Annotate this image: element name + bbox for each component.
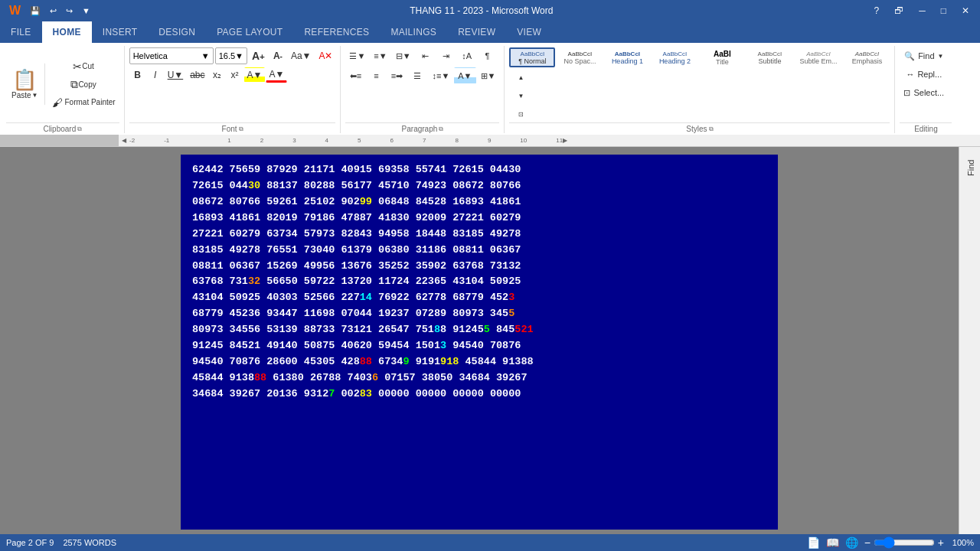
show-marks-button[interactable]: ¶ [478,47,498,64]
sort-button[interactable]: ↕A [457,47,477,64]
tab-references[interactable]: REFERENCES [293,21,380,43]
print-layout-button[interactable]: 📄 [807,536,820,549]
strikethrough-button[interactable]: abc [187,67,207,83]
tab-file[interactable]: FILE [0,21,42,43]
decrease-indent-button[interactable]: ⇤ [416,47,436,64]
doc-line-8: 63768 73132 56650 59722 13720 11724 2236… [192,274,766,290]
font-row-1: Helvetica ▼ 16.5 ▼ A+ A- Aa▼ A✕ [129,47,336,64]
redo-button[interactable]: ↪ [63,5,76,18]
zoom-level-display: 100% [947,538,974,547]
underline-button[interactable]: U▼ [165,67,187,83]
doc-line-3: 08672 80766 59261 25102 90299 06848 8452… [192,194,766,210]
font-color-button[interactable]: A▼ [266,67,287,83]
doc-line-9: 43104 50925 40303 52566 22714 76922 6277… [192,290,766,306]
style-subtle-emphasis[interactable]: AaBbCcI Subtle Em... [794,47,842,67]
doc-line-12: 91245 84521 49140 50875 40620 59454 1501… [192,338,766,354]
tab-page-layout[interactable]: PAGE LAYOUT [206,21,293,43]
style-no-spacing[interactable]: AaBbCcI No Spac... [557,47,603,67]
tab-design[interactable]: DESIGN [148,21,206,43]
maximize-button[interactable]: □ [936,4,951,18]
subscript-button[interactable]: x₂ [209,67,226,83]
styles-scroll-down-button[interactable]: ▼ [511,87,531,104]
cut-button[interactable]: ✂ Cut [48,58,119,75]
multilevel-list-button[interactable]: ⊟▼ [392,47,415,64]
style-subtitle[interactable]: AaBbCcI Subtitle [746,47,792,67]
align-left-button[interactable]: ⬅≡ [345,67,365,84]
font-size-dropdown-icon[interactable]: ▼ [235,51,243,60]
italic-button[interactable]: I [147,67,164,83]
zoom-out-button[interactable]: − [864,536,871,549]
font-size-selector[interactable]: 16.5 ▼ [215,47,247,64]
minimize-button[interactable]: ─ [914,4,930,18]
align-right-button[interactable]: ≡➡ [387,67,407,84]
save-button[interactable]: 💾 [27,5,44,18]
increase-indent-button[interactable]: ⇥ [436,47,456,64]
replace-button[interactable]: ↔ Repl... [902,66,946,83]
doc-line-11: 80973 34556 53139 88733 73121 26547 7518… [192,322,766,338]
title-bar-left: W 💾 ↩ ↪ ▼ [6,2,93,19]
align-center-button[interactable]: ≡ [366,67,386,84]
find-dropdown-icon[interactable]: ▼ [938,53,944,60]
text-highlight-button[interactable]: A▼ [244,67,266,83]
format-painter-button[interactable]: 🖌 Format Painter [48,94,119,111]
style-title[interactable]: AaBI Title [699,47,745,67]
styles-expand-button[interactable]: ⧉ [709,126,714,133]
find-button[interactable]: 🔍 Find ▼ [900,47,947,64]
numbering-button[interactable]: ≡▼ [370,47,390,64]
paste-label: Paste [11,91,31,99]
select-button[interactable]: ⊡ Select... [900,84,948,101]
web-layout-button[interactable]: 🌐 [845,536,858,549]
tab-home[interactable]: HOME [42,21,92,43]
help-button[interactable]: ? [870,4,884,18]
justify-button[interactable]: ☰ [407,67,427,84]
tab-view[interactable]: VIEW [506,21,552,43]
font-name-dropdown-icon[interactable]: ▼ [201,51,210,60]
style-emphasis[interactable]: AaBbCcI Emphasis [844,47,890,67]
document-scroll-area[interactable]: 62442 75659 87929 21171 40915 69358 5574… [0,147,959,534]
clear-formatting-button[interactable]: A✕ [315,48,335,64]
bold-button[interactable]: B [129,67,146,83]
close-button[interactable]: ✕ [957,4,974,18]
tab-mailings[interactable]: MAILINGS [380,21,447,43]
zoom-in-button[interactable]: + [938,536,944,549]
status-left: Page 2 OF 9 2575 WORDS [6,538,116,547]
paragraph-label: Paragraph ⧉ [345,122,499,133]
clipboard-label: Clipboard ⧉ [6,122,119,133]
paste-dropdown-icon[interactable]: ▼ [32,92,38,99]
doc-line-13: 94540 70876 28600 45305 42888 67349 9191… [192,354,766,370]
customize-qa-button[interactable]: ▼ [79,5,93,17]
styles-scroll-up-button[interactable]: ▲ [511,69,531,86]
superscript-button[interactable]: x² [227,67,243,83]
zoom-slider[interactable] [874,536,935,549]
style-normal[interactable]: AaBbCcI ¶ Normal [509,47,555,67]
undo-button[interactable]: ↩ [47,5,60,18]
font-shrink-button[interactable]: A- [270,48,286,64]
line-spacing-button[interactable]: ↕≡▼ [428,67,453,84]
find-sidebar-button[interactable]: Find [961,148,980,187]
bullets-button[interactable]: ☰▼ [345,47,369,64]
shading-button[interactable]: A▼ [454,67,475,84]
font-case-button[interactable]: Aa▼ [288,48,315,64]
styles-more-button[interactable]: ⊡ [511,106,531,122]
style-heading-2[interactable]: AaBbCcI Heading 2 [652,47,697,67]
restore-button[interactable]: 🗗 [890,4,908,18]
font-expand-button[interactable]: ⧉ [239,126,243,133]
full-reading-button[interactable]: 📖 [826,536,839,549]
ruler: ◀ -2 -1 1 2 3 4 5 6 7 8 9 10 11 ▶ [0,135,980,147]
tab-insert[interactable]: INSERT [92,21,149,43]
ruler-10: 10 [520,137,527,144]
paragraph-expand-button[interactable]: ⧉ [439,126,443,133]
para-row-1: ☰▼ ≡▼ ⊟▼ ⇤ ⇥ ↕A ¶ [345,47,497,64]
clipboard-expand-button[interactable]: ⧉ [77,126,82,133]
style-heading-1[interactable]: AaBbCcI Heading 1 [604,47,650,67]
status-bar: Page 2 OF 9 2575 WORDS 📄 📖 🌐 − + 100% [0,534,980,551]
borders-button[interactable]: ⊞▼ [477,67,500,84]
ruler-right-mark: ▶ [563,137,567,144]
editing-label: Editing [900,122,952,133]
tab-review[interactable]: REVIEW [447,21,506,43]
font-content: Helvetica ▼ 16.5 ▼ A+ A- Aa▼ A✕ B [129,46,336,122]
font-name-selector[interactable]: Helvetica ▼ [129,47,214,64]
font-grow-button[interactable]: A+ [249,48,268,64]
copy-button[interactable]: ⧉ Copy [48,76,119,93]
paste-button[interactable]: 📋 Paste ▼ [6,63,45,106]
